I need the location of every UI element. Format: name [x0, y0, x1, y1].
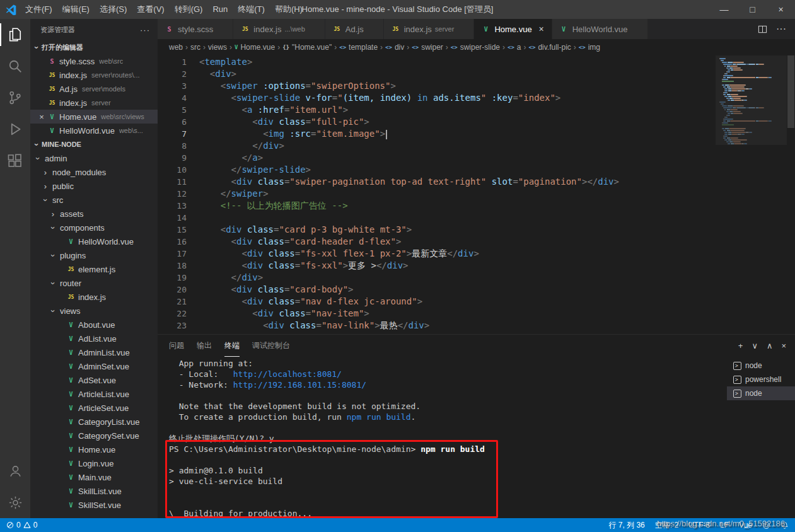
source-control-icon[interactable]	[0, 83, 30, 112]
settings-gear-icon[interactable]	[0, 488, 30, 517]
file-tree-item[interactable]: VCategorySet.vue	[30, 429, 158, 442]
code-line[interactable]: 21 <div class="nav d-flex jc-around">	[158, 296, 716, 308]
tab-ad-js[interactable]: JSAd.js	[325, 19, 384, 39]
open-editor-item[interactable]: Sstyle.scssweb\src	[30, 54, 158, 68]
more-actions-icon[interactable]: ···	[776, 23, 786, 35]
tab-index-js[interactable]: JSindex.jsserver	[384, 19, 475, 39]
panel-tab-terminal[interactable]: 终端	[224, 335, 240, 357]
file-tree-item[interactable]: JSindex.js	[30, 290, 158, 304]
open-editor-item[interactable]: JSindex.jsserver	[30, 96, 158, 110]
new-terminal-icon[interactable]: +	[738, 341, 743, 350]
file-tree-item[interactable]: VSkillSet.vue	[30, 498, 158, 512]
file-tree-item[interactable]: VAbout.vue	[30, 318, 158, 332]
folder-tree-item[interactable]: ›plugins	[30, 248, 158, 262]
menu-item[interactable]: 编辑(E)	[57, 0, 95, 19]
breadcrumb-item[interactable]: views	[208, 43, 227, 52]
code-line[interactable]: 14	[158, 212, 716, 224]
panel-tab-problems[interactable]: 问题	[169, 335, 184, 357]
run-debug-icon[interactable]	[0, 115, 30, 144]
code-line[interactable]: 18 <div class="fs-xxl">更多 ></div>	[158, 260, 716, 272]
close-icon[interactable]: ×	[537, 24, 547, 34]
folder-tree-item[interactable]: ›admin	[30, 151, 158, 165]
terminal-dropdown-icon[interactable]: ∨	[751, 341, 758, 350]
code-line[interactable]: 9 </a>	[158, 152, 716, 164]
file-tree-item[interactable]: VSkillList.vue	[30, 484, 158, 498]
code-line[interactable]: 10 </swiper-slide>	[158, 164, 716, 176]
open-editors-section-header[interactable]: › 打开的编辑器	[30, 40, 158, 54]
menu-item[interactable]: 文件(F)	[20, 0, 57, 19]
code-line[interactable]: 19 </div>	[158, 272, 716, 284]
breadcrumb-item[interactable]: <>swiper-slide	[451, 43, 500, 52]
breadcrumb-item[interactable]: <>swiper	[412, 43, 443, 52]
open-editor-item[interactable]: JSindex.jsserver\routes\...	[30, 68, 158, 82]
panel-tab-debug-console[interactable]: 调试控制台	[252, 335, 290, 357]
code-line[interactable]: 7 <img :src="item.image">	[158, 128, 716, 140]
folder-tree-item[interactable]: ›router	[30, 276, 158, 290]
tab-style-scss[interactable]: Sstyle.scss	[158, 19, 233, 39]
breadcrumb-item[interactable]: <>div.full-pic	[529, 43, 571, 52]
code-line[interactable]: 16 <div class="card-header d-flex">	[158, 236, 716, 248]
file-tree-item[interactable]: VHelloWorld.vue	[30, 234, 158, 248]
open-editor-item[interactable]: ×VHome.vueweb\src\views	[30, 110, 158, 124]
close-button[interactable]: ×	[767, 0, 795, 19]
code-line[interactable]: 5 <a :href="item.url">	[158, 104, 716, 116]
terminal-session[interactable]: >powershell	[727, 373, 795, 386]
breadcrumb-item[interactable]: {}"Home.vue"	[282, 43, 332, 52]
folder-tree-item[interactable]: ›public	[30, 179, 158, 193]
more-actions-icon[interactable]: ···	[140, 25, 150, 35]
file-tree-item[interactable]: VAdminSet.vue	[30, 359, 158, 373]
tab-index-js[interactable]: JSindex.js...\web	[233, 19, 325, 39]
file-tree-item[interactable]: VArticleList.vue	[30, 387, 158, 401]
menu-item[interactable]: 终端(T)	[233, 0, 270, 19]
problems-indicator[interactable]: 0 0	[6, 521, 37, 529]
extensions-icon[interactable]	[0, 146, 30, 175]
account-icon[interactable]	[0, 456, 30, 485]
code-line[interactable]: 6 <div class="full-pic">	[158, 116, 716, 128]
code-line[interactable]: 11 <div class="swiper-pagination top-ad …	[158, 176, 716, 188]
tab-helloworld-vue[interactable]: VHelloWorld.vue	[552, 19, 648, 39]
file-tree-item[interactable]: VMain.vue	[30, 470, 158, 484]
open-editor-item[interactable]: JSAd.jsserver\models	[30, 82, 158, 96]
minimize-button[interactable]: —	[710, 0, 738, 19]
file-tree-item[interactable]: VCategoryList.vue	[30, 415, 158, 429]
minimap[interactable]	[716, 55, 787, 334]
maximize-panel-icon[interactable]: ∧	[767, 341, 773, 350]
editor-scrollbar[interactable]	[787, 55, 795, 334]
terminal-output[interactable]: App running at: - Local: http://localhos…	[158, 357, 727, 518]
breadcrumb-item[interactable]: <>div	[385, 43, 404, 52]
breadcrumb-item[interactable]: <>a	[508, 43, 521, 52]
terminal-session[interactable]: >node	[727, 359, 795, 373]
folder-tree-item[interactable]: ›views	[30, 304, 158, 318]
code-line[interactable]: 20 <div class="card-body">	[158, 284, 716, 296]
file-tree-item[interactable]: JSelement.js	[30, 262, 158, 276]
code-line[interactable]: 22 <div class="nav-item">	[158, 308, 716, 320]
file-tree-item[interactable]: VAdminList.vue	[30, 345, 158, 359]
code-line[interactable]: 2 <div>	[158, 68, 716, 80]
open-editor-item[interactable]: VHelloWorld.vueweb\s...	[30, 124, 158, 137]
terminal-session[interactable]: >node	[727, 386, 795, 400]
code-line[interactable]: 4 <swiper-slide v-for="(item, index) in …	[158, 92, 716, 104]
breadcrumb-item[interactable]: web	[169, 43, 183, 52]
file-tree-item[interactable]: VHome.vue	[30, 442, 158, 456]
breadcrumb-item[interactable]: <>img	[579, 43, 600, 52]
breadcrumb-item[interactable]: src	[190, 43, 200, 52]
code-line[interactable]: 8 </div>	[158, 140, 716, 152]
tab-home-vue[interactable]: VHome.vue×	[474, 19, 552, 39]
breadcrumb-item[interactable]: <>template	[339, 43, 378, 52]
code-line[interactable]: 13 <!-- 以上为轮播图广告位 -->	[158, 200, 716, 212]
folder-tree-item[interactable]: ›node_modules	[30, 165, 158, 179]
breadcrumb-item[interactable]: VHome.vue	[235, 43, 275, 52]
code-lines[interactable]: 1<template>2 <div>3 <swiper :options="sw…	[158, 55, 716, 334]
file-tree-item[interactable]: VAdList.vue	[30, 332, 158, 345]
close-icon[interactable]: ×	[37, 112, 47, 122]
maximize-button[interactable]: □	[738, 0, 767, 19]
split-editor-icon[interactable]	[758, 25, 767, 34]
file-tree-item[interactable]: VArticleSet.vue	[30, 401, 158, 415]
folder-tree-item[interactable]: ›assets	[30, 207, 158, 221]
search-icon[interactable]	[0, 52, 30, 81]
menu-item[interactable]: 帮助(H)	[270, 0, 308, 19]
menu-item[interactable]: 查看(V)	[132, 0, 169, 19]
code-line[interactable]: 23 <div class="nav-link">最热</div>	[158, 320, 716, 332]
file-tree-item[interactable]: VLogin.vue	[30, 456, 158, 470]
code-line[interactable]: 12 </swiper>	[158, 188, 716, 200]
